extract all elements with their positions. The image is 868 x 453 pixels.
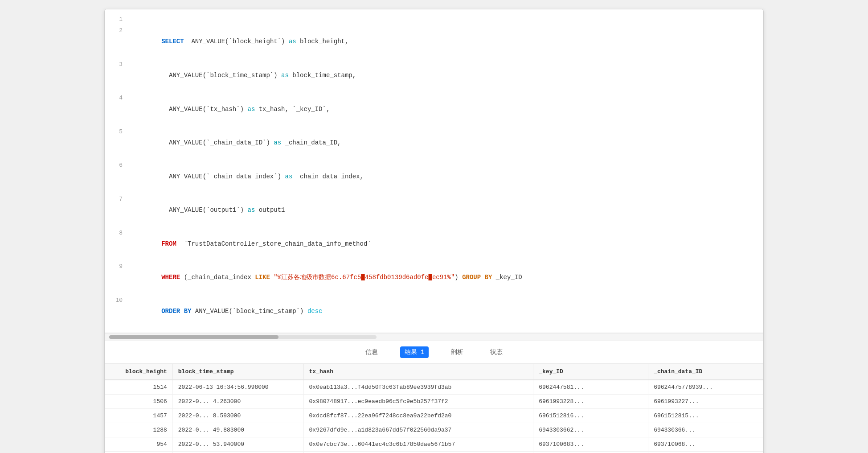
table-row: 1457 2022-0... 8.593000 0xdcd8fcf87...22… — [105, 409, 763, 423]
results-table-container[interactable]: block_height block_time_stamp tx_hash _k… — [105, 364, 763, 453]
horizontal-scrollbar[interactable] — [105, 333, 763, 341]
results-table: block_height block_time_stamp tx_hash _k… — [105, 364, 763, 453]
tab-analyze[interactable]: 剖析 — [446, 346, 468, 358]
col-header-tx-hash: tx_hash — [303, 364, 533, 380]
col-header-block-height: block_height — [105, 364, 172, 380]
sql-line-4: 4 ANY_VALUE(`tx_hash`) as tx_hash, `_key… — [105, 92, 763, 126]
scrollbar-thumb[interactable] — [109, 335, 278, 339]
sql-line-6: 6 ANY_VALUE(`_chain_data_index`) as _cha… — [105, 160, 763, 194]
col-header-chain-data-id: _chain_data_ID — [648, 364, 763, 380]
table-row: 1514 2022-06-13 16:34:56.998000 0x0eab11… — [105, 380, 763, 395]
sql-line-2: 2 SELECT ANY_VALUE(`block_height`) as bl… — [105, 25, 763, 59]
tabs-bar: 信息 结果 1 剖析 状态 — [105, 341, 763, 364]
sql-line-3: 3 ANY_VALUE(`block_time_stamp`) as block… — [105, 59, 763, 93]
sql-line-1: 1 — [105, 14, 763, 25]
main-container: 1 2 SELECT ANY_VALUE(`block_height`) as … — [104, 9, 764, 453]
table-row: 1506 2022-0... 4.263000 0x980748917...ec… — [105, 395, 763, 409]
scrollbar-track[interactable] — [109, 335, 377, 339]
sql-editor[interactable]: 1 2 SELECT ANY_VALUE(`block_height`) as … — [105, 9, 763, 333]
table-header-row: block_height block_time_stamp tx_hash _k… — [105, 364, 763, 380]
sql-line-8: 8 FROM `TrustDataController_store_chain_… — [105, 227, 763, 261]
sql-line-9: 9 WHERE (_chain_data_index LIKE "%江苏各地级市… — [105, 261, 763, 295]
col-header-block-time-stamp: block_time_stamp — [172, 364, 303, 380]
table-row: 1288 2022-0... 49.883000 0x9267dfd9e...a… — [105, 423, 763, 437]
tab-info[interactable]: 信息 — [361, 346, 382, 358]
sql-line-10: 10 ORDER BY ANY_VALUE(`block_time_stamp`… — [105, 295, 763, 329]
table-row: 954 2022-0... 53.940000 0x0e7cbc73e...60… — [105, 437, 763, 452]
col-header-key-id: _key_ID — [533, 364, 648, 380]
sql-line-5: 5 ANY_VALUE(`_chain_data_ID`) as _chain_… — [105, 126, 763, 160]
sql-line-7: 7 ANY_VALUE(`output1`) as output1 — [105, 194, 763, 227]
tab-status[interactable]: 状态 — [486, 346, 507, 358]
tab-results[interactable]: 结果 1 — [400, 346, 429, 358]
